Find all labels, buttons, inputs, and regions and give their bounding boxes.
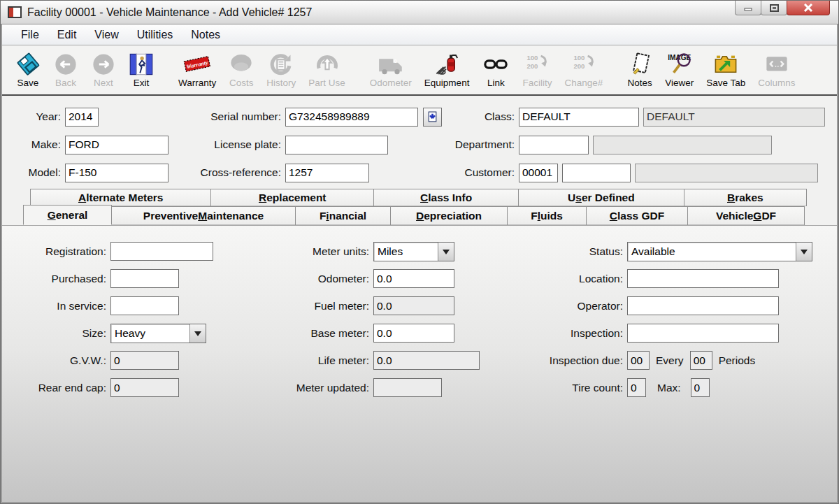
tab-user-defined[interactable]: User Defined <box>518 189 684 206</box>
rear-end-cap-input <box>110 378 179 397</box>
inspection-input[interactable] <box>627 324 779 343</box>
location-input[interactable] <box>627 269 779 288</box>
inspection-due-input[interactable] <box>627 351 650 370</box>
odometer-input[interactable] <box>373 269 454 288</box>
meter-units-label: Meter units: <box>226 245 373 258</box>
toolbar-columns-button: Columns <box>752 50 801 89</box>
tab-brakes[interactable]: Brakes <box>684 189 807 206</box>
meter-updated-label: Meter updated: <box>226 382 373 394</box>
tab-financial[interactable]: Financial <box>295 206 391 225</box>
general-tab-panel: Registration: Meter units: Miles Status:… <box>2 225 837 502</box>
purchased-input[interactable] <box>110 269 179 288</box>
cross-reference-label: Cross-reference: <box>177 166 285 179</box>
toolbar-button-label: Costs <box>229 78 254 88</box>
cross-reference-input[interactable] <box>285 164 369 182</box>
in-service-label: In service: <box>2 300 110 312</box>
fire-extinguisher-icon <box>433 51 461 78</box>
in-service-input[interactable] <box>110 296 179 315</box>
department-input[interactable] <box>519 136 589 154</box>
operator-input[interactable] <box>627 296 779 315</box>
customer-sub-input[interactable] <box>562 164 631 182</box>
tab-depreciation[interactable]: Depreciation <box>390 206 508 225</box>
toolbar-notes-button[interactable]: Notes <box>621 50 659 89</box>
class-input[interactable] <box>519 108 639 127</box>
tab-class-gdf[interactable]: Class GDF <box>586 206 688 225</box>
purchased-label: Purchased: <box>2 273 110 285</box>
tab-replacement[interactable]: Replacement <box>210 189 374 206</box>
gvw-input <box>110 351 179 370</box>
toolbar-warranty-button[interactable]: WarrantyWarranty <box>172 50 222 89</box>
toolbar-button-label: Part Use <box>308 78 345 88</box>
toolbar-link-button[interactable]: Link <box>475 50 516 89</box>
menu-item-edit[interactable]: Edit <box>48 27 86 43</box>
notes-pad-icon <box>627 51 652 78</box>
toolbar-button-label: Back <box>55 78 76 88</box>
life-meter-input <box>373 351 480 370</box>
tab-class-info[interactable]: Class Info <box>373 189 519 206</box>
tab-row-upper: Alternate MetersReplacementClass InfoUse… <box>23 189 813 206</box>
registration-input[interactable] <box>110 242 213 261</box>
tire-max-input[interactable] <box>691 378 710 397</box>
model-input[interactable] <box>65 164 168 182</box>
maximize-button[interactable] <box>761 1 787 15</box>
size-select[interactable]: Heavy <box>110 324 206 343</box>
license-plate-input[interactable] <box>285 136 388 154</box>
renumber-change-icon: 100200 <box>570 51 598 78</box>
tire-count-input[interactable] <box>627 378 646 397</box>
meter-updated-input <box>373 378 442 397</box>
toolbar-button-label: Change# <box>564 78 603 88</box>
customer-code-input[interactable] <box>519 164 558 182</box>
class-label: Class: <box>444 110 519 123</box>
serial-number-input[interactable] <box>285 108 418 127</box>
meter-units-select[interactable]: Miles <box>373 242 454 261</box>
toolbar-change-button: 100200Change# <box>558 50 609 89</box>
renumber-facility-icon: 100200 <box>523 51 551 78</box>
menu-item-notes[interactable]: Notes <box>182 27 229 43</box>
toolbar-button-label: Save Tab <box>706 78 745 88</box>
toolbar-button-label: Facility <box>522 78 552 88</box>
minimize-icon <box>744 5 752 11</box>
year-label: Year: <box>2 110 65 123</box>
tab-general[interactable]: General <box>23 205 112 225</box>
meter-units-dropdown-icon[interactable] <box>438 243 454 261</box>
arrow-left-circle-icon <box>53 51 78 78</box>
menu-item-utilities[interactable]: Utilities <box>128 27 182 43</box>
window-title: Facility 00001 - Vehicle Maintenance - A… <box>27 6 312 19</box>
make-input[interactable] <box>65 136 168 154</box>
tab-preventive-maintenance[interactable]: Preventive Maintenance <box>111 206 296 225</box>
operator-label: Operator: <box>493 300 627 312</box>
tab-vehicle-gdf[interactable]: Vehicle GDF <box>687 206 805 225</box>
svg-text:0: 0 <box>394 57 396 64</box>
toolbar-save-tab-button[interactable]: Save Tab <box>700 50 752 89</box>
status-dropdown-icon[interactable] <box>796 243 812 261</box>
maximize-icon <box>770 4 779 12</box>
toolbar-exit-button[interactable]: Exit <box>122 50 160 89</box>
registration-label: Registration: <box>2 245 110 258</box>
toolbar-save-button[interactable]: Save <box>9 50 47 89</box>
base-meter-label: Base meter: <box>226 327 373 340</box>
minimize-button[interactable] <box>735 1 761 15</box>
location-label: Location: <box>493 273 627 285</box>
serial-paste-button[interactable] <box>423 108 442 127</box>
toolbar-viewer-button[interactable]: IMAGEViewer <box>659 50 700 89</box>
toolbar-button-label: Save <box>17 78 39 88</box>
size-dropdown-icon[interactable] <box>189 324 206 343</box>
menu-item-view[interactable]: View <box>85 27 127 43</box>
inspection-label: Inspection: <box>493 327 627 340</box>
tab-alternate-meters[interactable]: Alternate Meters <box>30 189 211 206</box>
inspection-every-input[interactable] <box>690 351 712 370</box>
toolbar-equipment-button[interactable]: Equipment <box>418 50 476 89</box>
menu-item-file[interactable]: File <box>12 27 48 43</box>
tab-fluids[interactable]: Fluids <box>507 206 587 225</box>
warranty-banner-icon: Warranty <box>183 51 211 78</box>
toolbar-button-label: Exit <box>134 78 150 88</box>
serial-number-label: Serial number: <box>177 110 285 123</box>
status-select[interactable]: Available <box>627 242 812 261</box>
base-meter-input[interactable] <box>373 324 454 343</box>
inspection-due-label: Inspection due: <box>493 354 627 367</box>
toolbar-part-use-button: Part Use <box>302 50 352 89</box>
toolbar-history-button: History <box>260 50 302 89</box>
close-button[interactable] <box>787 1 830 15</box>
make-label: Make: <box>2 138 65 151</box>
year-input[interactable] <box>65 108 99 127</box>
